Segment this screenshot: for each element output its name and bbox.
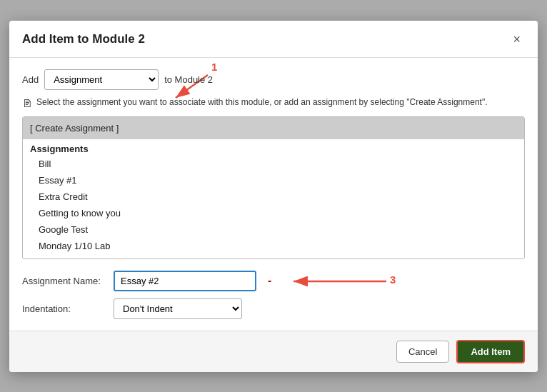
modal-header: Add Item to Module 2 × <box>9 21 538 58</box>
list-item[interactable]: Bill <box>23 156 524 172</box>
info-bar: 🖹 Select the assignment you want to asso… <box>22 97 525 109</box>
list-item[interactable]: Google Test <box>23 221 524 238</box>
name-row-wrapper: 3 Assignment Name: - <box>22 271 525 291</box>
list-item[interactable]: Roll Call Attendance <box>23 254 524 259</box>
cancel-button[interactable]: Cancel <box>396 341 449 363</box>
modal-dialog: Add Item to Module 2 × 1 Add <box>9 21 538 372</box>
type-select[interactable]: Assignment Quiz File Page Discussion Tex… <box>44 69 159 90</box>
list-wrapper: 2 [ Create Assignment ] Assignments Bill… <box>22 116 525 259</box>
assignment-name-row: Assignment Name: - <box>22 271 525 291</box>
indentation-select[interactable]: Don't Indent Indent 1 Level Indent 2 Lev… <box>114 298 242 319</box>
create-assignment-option[interactable]: [ Create Assignment ] <box>23 117 524 139</box>
modal-body: 1 Add Assignment Quiz File Page Discussi… <box>9 58 538 331</box>
indentation-row: Indentation: Don't Indent Indent 1 Level… <box>22 298 525 319</box>
add-label: Add <box>22 74 39 85</box>
list-item[interactable]: Getting to know you <box>23 205 524 221</box>
assignments-section-header: Assignments <box>23 139 524 156</box>
info-icon: 🖹 <box>22 98 32 109</box>
list-item[interactable]: Essay #1 <box>23 172 524 189</box>
required-mark: - <box>268 274 271 287</box>
to-module-label: to Module 2 <box>164 74 213 85</box>
list-item[interactable]: Extra Credit <box>23 189 524 205</box>
add-type-row: Add Assignment Quiz File Page Discussion… <box>22 69 525 90</box>
modal-title: Add Item to Module 2 <box>22 32 145 46</box>
add-item-button[interactable]: Add Item <box>456 340 525 363</box>
indentation-label: Indentation: <box>22 303 108 314</box>
assignment-name-input[interactable] <box>114 271 256 291</box>
list-item[interactable]: Monday 1/10 Lab <box>23 238 524 254</box>
modal-footer: Cancel Add Item <box>9 331 538 372</box>
assignment-list[interactable]: [ Create Assignment ] Assignments Bill E… <box>22 116 525 259</box>
info-text: Select the assignment you want to associ… <box>36 97 488 107</box>
close-button[interactable]: × <box>508 31 525 49</box>
assignment-name-label: Assignment Name: <box>22 276 108 286</box>
add-row-wrapper: 1 Add Assignment Quiz File Page Discussi… <box>22 69 525 90</box>
modal-overlay: Add Item to Module 2 × 1 Add <box>0 0 547 392</box>
